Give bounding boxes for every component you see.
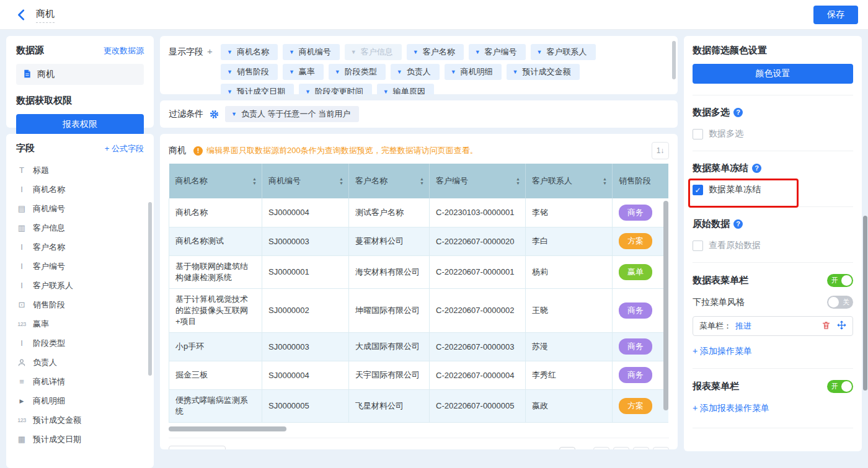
field-label: 商机详情	[33, 376, 65, 387]
sort-arrows-icon[interactable]: ▲▼	[603, 177, 607, 185]
field-label: 商机编号	[33, 203, 65, 214]
table-horizontal-scrollbar[interactable]	[169, 426, 286, 431]
display-field-tag[interactable]: ▼预计成交金额	[507, 64, 580, 80]
report-menu-title: 报表菜单栏	[693, 381, 739, 392]
field-list-item[interactable]: ▥客户信息	[16, 218, 144, 237]
display-field-tag-label: 客户名称	[423, 46, 455, 58]
help-icon[interactable]: ?	[733, 108, 743, 117]
display-fields-scrollbar[interactable]	[672, 41, 676, 79]
sort-order-button[interactable]: 1↓	[652, 142, 669, 159]
add-display-field-icon[interactable]: +	[207, 44, 217, 94]
current-page-input[interactable]: 1	[559, 447, 575, 450]
display-fields-label: 显示字段	[169, 44, 203, 94]
display-field-tag[interactable]: ▼销售阶段	[221, 64, 278, 80]
add-report-action-menu-link[interactable]: + 添加报表操作菜单	[693, 403, 769, 414]
report-menu-toggle[interactable]: 开	[827, 380, 853, 393]
prev-page-button[interactable]: ‹	[613, 447, 629, 450]
multi-select-checkbox-row[interactable]: 数据多选	[693, 128, 853, 139]
table-row: 商机名称测试SJ0000003蔓霍材料公司C-20220607-0000020李…	[169, 227, 669, 255]
field-list-item[interactable]: ≡商机详情	[16, 372, 144, 391]
field-list-item[interactable]: 负责人	[16, 353, 144, 372]
stage-badge: 商务	[619, 302, 652, 319]
trash-icon[interactable]	[822, 320, 831, 332]
table-column-header[interactable]: 商机名称▲▼	[169, 164, 262, 198]
sort-arrows-icon[interactable]: ▲▼	[252, 177, 257, 185]
report-permission-button[interactable]: 报表权限	[16, 114, 144, 135]
dropdown-style-toggle[interactable]: 关	[827, 296, 853, 309]
page-size-select[interactable]: 20 条/页 ∨	[169, 446, 226, 450]
menu-item-value[interactable]: 推进	[735, 320, 751, 332]
stage-cell: 商务	[613, 288, 669, 332]
filter-condition-tag[interactable]: ▼ 负责人 等于任意一个 当前用户	[225, 106, 359, 122]
display-field-tag[interactable]: ▼商机名称	[221, 44, 278, 60]
menu-freeze-checkbox[interactable]: ✓	[693, 185, 703, 195]
toggle-on-label: 开	[831, 276, 838, 285]
display-field-tag-label: 客户信息	[361, 46, 393, 58]
move-icon[interactable]	[837, 320, 846, 332]
field-list-item[interactable]: I商机名称	[16, 180, 144, 199]
display-field-tag[interactable]: ▼阶段类型	[329, 64, 386, 80]
table-column-header[interactable]: 销售阶段▲▼	[613, 164, 669, 198]
display-field-tag[interactable]: ▼商机明细	[445, 64, 502, 80]
field-label: 阶段类型	[33, 338, 65, 349]
page-scrollbar[interactable]	[863, 216, 867, 391]
table-vertical-scrollbar[interactable]	[663, 201, 668, 410]
help-icon[interactable]: ?	[733, 219, 743, 229]
back-icon[interactable]	[15, 8, 29, 22]
help-icon[interactable]: ?	[752, 164, 761, 173]
first-page-button[interactable]: «	[593, 447, 609, 450]
display-field-tag[interactable]: ▼赢率	[283, 64, 324, 80]
display-field-tag[interactable]: ▼客户名称	[407, 44, 464, 60]
field-list-item[interactable]: T标题	[16, 161, 144, 180]
fields-scrollbar[interactable]	[148, 202, 152, 376]
raw-data-checkbox[interactable]	[693, 241, 703, 251]
raw-data-checkbox-row[interactable]: 查看原始数据	[693, 240, 853, 251]
save-button[interactable]: 保存	[813, 6, 858, 24]
gear-icon[interactable]	[210, 110, 219, 119]
display-field-tag[interactable]: ▼商机编号	[283, 44, 340, 60]
stage-badge: 方案	[619, 398, 652, 414]
change-datasource-link[interactable]: 更改数据源	[104, 45, 144, 56]
multi-select-checkbox[interactable]	[693, 129, 703, 139]
field-list-item[interactable]: I客户名称	[16, 237, 144, 257]
menu-freeze-checkbox-row[interactable]: ✓ 数据菜单冻结	[693, 184, 853, 195]
toggle-off-label: 关	[843, 298, 849, 307]
formula-field-link[interactable]: + 公式字段	[105, 143, 144, 154]
field-list-item[interactable]: ⊡销售阶段	[16, 295, 144, 314]
datasource-item[interactable]: 商机	[16, 64, 144, 85]
display-field-tag[interactable]: ▼客户联系人	[531, 44, 596, 60]
field-list-item[interactable]: I客户编号	[16, 257, 144, 276]
table-column-header[interactable]: 客户名称▲▼	[349, 164, 430, 198]
add-action-menu-link[interactable]: + 添加操作菜单	[693, 346, 752, 357]
caret-down-icon: ▼	[383, 89, 389, 94]
field-list-item[interactable]: ▤商机编号	[16, 199, 144, 218]
display-field-tag[interactable]: ▼输单原因	[377, 84, 434, 94]
sort-arrows-icon[interactable]: ▲▼	[420, 177, 424, 185]
display-field-tag[interactable]: ▼预计成交日期	[221, 84, 294, 94]
display-field-tag[interactable]: ▼阶段变更时间	[299, 84, 372, 94]
field-list-item[interactable]: I客户联系人	[16, 276, 144, 295]
table-cell: SJ0000001	[262, 255, 349, 288]
field-label: 预计成交日期	[33, 434, 81, 445]
field-list-item[interactable]: 123赢率	[16, 314, 144, 333]
last-page-button[interactable]: »	[653, 447, 669, 450]
table-cell: 坤曜国际有限公司	[349, 288, 430, 332]
field-list-item[interactable]: ▦预计成交日期	[16, 430, 144, 449]
table-menu-toggle[interactable]: 开	[827, 274, 853, 287]
table-column-header[interactable]: 客户联系人▲▼	[526, 164, 613, 198]
field-list-item[interactable]: ▶商机明细	[16, 391, 144, 410]
display-field-tag[interactable]: ▼负责人	[391, 64, 440, 80]
sort-arrows-icon[interactable]: ▲▼	[339, 177, 343, 185]
next-page-button[interactable]: ›	[633, 447, 649, 450]
display-field-tag-label: 预计成交日期	[237, 86, 285, 94]
table-column-header[interactable]: 商机编号▲▼	[262, 164, 349, 198]
sort-arrows-icon[interactable]: ▲▼	[516, 177, 520, 185]
field-list-item[interactable]: 123预计成交金额	[16, 410, 144, 430]
table-row: 掘金三板SJ0000004天宇国际有限公司C-20220607-0000004李…	[169, 361, 669, 389]
display-field-tag[interactable]: ▼客户编号	[469, 44, 526, 60]
table-cell: SJ0000003	[262, 227, 349, 255]
field-list-item[interactable]: I阶段类型	[16, 333, 144, 353]
table-column-header[interactable]: 客户编号▲▼	[430, 164, 526, 198]
table-menu-title: 数据表菜单栏	[693, 275, 748, 286]
color-setting-button[interactable]: 颜色设置	[693, 64, 853, 84]
